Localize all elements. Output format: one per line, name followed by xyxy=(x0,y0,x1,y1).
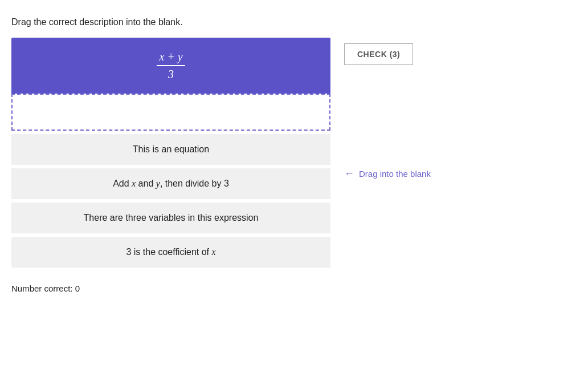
math-fraction: x + y 3 xyxy=(157,50,185,81)
drag-item-1[interactable]: This is an equation xyxy=(11,134,330,165)
number-correct: Number correct: 0 xyxy=(11,284,577,293)
fraction-numerator: x + y xyxy=(157,50,185,66)
arrow-icon: ← xyxy=(344,168,354,180)
main-layout: x + y 3 This is an equation Add x and y,… xyxy=(11,38,577,268)
formula-display: x + y 3 xyxy=(11,38,330,94)
right-panel: CHECK (3) ← Drag into the blank xyxy=(344,38,431,180)
drop-zone[interactable] xyxy=(11,94,330,131)
drag-item-2[interactable]: Add x and y, then divide by 3 xyxy=(11,168,330,199)
drag-item-4[interactable]: 3 is the coefficient of x xyxy=(11,237,330,268)
drag-hint: ← Drag into the blank xyxy=(344,168,431,180)
fraction-denominator: 3 xyxy=(168,66,174,81)
instruction-text: Drag the correct description into the bl… xyxy=(11,17,577,27)
drag-item-3[interactable]: There are three variables in this expres… xyxy=(11,203,330,233)
check-button[interactable]: CHECK (3) xyxy=(344,43,413,65)
drag-hint-text: Drag into the blank xyxy=(359,169,431,179)
left-panel: x + y 3 This is an equation Add x and y,… xyxy=(11,38,330,268)
drag-options: This is an equation Add x and y, then di… xyxy=(11,134,330,268)
